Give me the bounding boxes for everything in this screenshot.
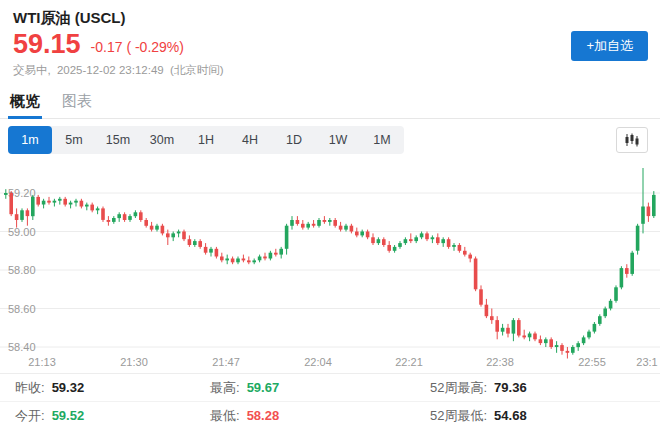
candle-body [636,226,640,251]
candle-body [452,245,456,247]
candle-body [144,220,148,226]
candle-body [501,328,505,332]
candle-body [42,201,46,205]
candle-body [609,301,613,309]
candle-body [468,255,472,259]
candle-body [571,347,575,353]
candle-body [328,220,332,222]
stat-label: 52周最高: [430,380,487,395]
interval-button-15m[interactable]: 15m [96,126,140,154]
add-watchlist-button[interactable]: +加自选 [571,31,648,61]
candle-body [63,199,67,205]
candle-body [647,207,651,217]
stat-最高: 最高:59.67 [210,379,430,397]
trading-status-label: 交易中, [13,64,51,76]
candle-body [409,239,413,241]
candle-body [393,247,397,251]
page-title: WTI原油 (USCL) [13,9,125,28]
candle-body [193,241,197,245]
interval-button-1D[interactable]: 1D [272,126,316,154]
chart-type-button[interactable] [616,127,648,153]
interval-button-5m[interactable]: 5m [52,126,96,154]
interval-button-30m[interactable]: 30m [140,126,184,154]
candle-body [317,220,321,226]
interval-button-1W[interactable]: 1W [316,126,360,154]
candle-body [420,233,424,237]
interval-button-4H[interactable]: 4H [228,126,272,154]
candle-body [274,253,278,255]
candle-body [474,259,478,290]
candle-body [31,197,35,216]
chart-area[interactable]: 59.2059.0058.8058.6058.4021:1321:3021:47… [0,158,660,372]
candle-body [101,208,105,220]
candle-body [155,226,159,230]
candle-body [306,224,310,228]
stat-value: 54.68 [494,408,527,423]
interval-button-1M[interactable]: 1M [360,126,404,154]
quote-header: WTI原油 (USCL) 59.15 -0.17 ( -0.29%) 交易中, … [0,0,660,86]
candle-body [74,201,78,203]
candle-body [414,237,418,241]
candle-body [652,195,656,216]
candle-body [603,309,607,317]
candle-body [620,268,624,287]
candle-body [593,324,597,332]
stats-row: 昨收:59.32最高:59.6752周最高:79.36 [0,374,660,402]
stat-value: 58.28 [247,408,280,423]
candle-body [263,257,267,259]
timezone-label: (北京时间) [170,64,224,76]
trading-status: 交易中, 2025-12-02 23:12:49 (北京时间) [13,63,227,78]
candle-body [128,216,132,220]
stat-昨收: 昨收:59.32 [0,379,210,397]
candle-body [490,316,494,320]
candle-body [598,316,602,324]
candle-body [371,237,375,243]
y-axis-label: 58.80 [8,264,36,276]
candle-body [447,239,451,247]
stat-最低: 最低:58.28 [210,407,430,425]
candle-body [382,239,386,245]
stat-value: 59.32 [52,380,85,395]
candle-body [614,287,618,301]
stat-label: 今开: [15,408,45,423]
stat-label: 52周最低: [430,408,487,423]
candle-body [166,233,170,237]
tab-chart[interactable]: 图表 [62,92,92,111]
candle-body [625,268,629,274]
candle-body [582,337,586,343]
candle-body [366,232,370,238]
candle-body [587,332,591,338]
stat-value: 59.52 [52,408,85,423]
candle-body [182,232,186,240]
interval-button-1m[interactable]: 1m [8,126,52,154]
candle-body [458,245,462,251]
candle-body [231,259,235,263]
candle-body [139,212,143,220]
y-axis-label: 58.60 [8,303,36,315]
candle-body [112,218,116,222]
price-row: 59.15 -0.17 ( -0.29%) [13,31,184,58]
candle-body [398,243,402,247]
candle-body [220,257,224,261]
last-price: 59.15 [13,31,81,58]
candle-body [355,232,359,236]
stat-label: 最高: [210,380,240,395]
candle-body [123,214,127,220]
interval-button-1H[interactable]: 1H [184,126,228,154]
chart-toolbar: 1m5m15m30m1H4H1D1W1M [8,126,650,154]
candle-body [360,232,364,236]
candle-body [15,214,19,220]
candle-body [533,334,537,340]
quote-page: WTI原油 (USCL) 59.15 -0.17 ( -0.29%) 交易中, … [0,0,660,428]
y-axis-label: 58.40 [8,341,36,353]
candle-body [641,207,645,224]
price-change: -0.17 ( -0.29%) [91,39,184,58]
candle-body [555,345,559,347]
candle-body [242,259,246,261]
x-axis-label: 22:38 [486,356,514,368]
candle-body [517,320,521,335]
stat-label: 昨收: [15,380,45,395]
candlestick-chart[interactable]: 59.2059.0058.8058.6058.4021:1321:3021:47… [0,158,660,372]
x-axis-label: 21:47 [212,356,240,368]
tab-overview[interactable]: 概览 [10,92,40,111]
